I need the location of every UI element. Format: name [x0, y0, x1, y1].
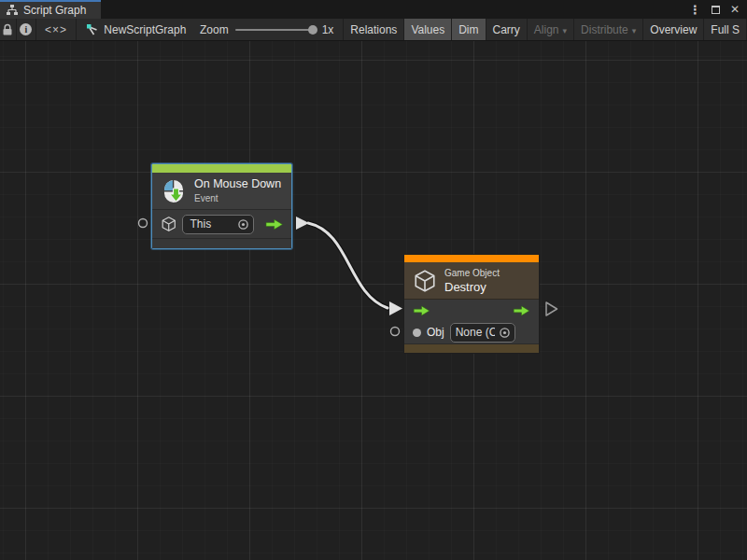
node-destroy[interactable]: Game Object Destroy Obj None (O: [403, 254, 540, 354]
dropdown-arrow-icon: ▾: [632, 26, 637, 35]
window-controls: ⋮ ✕: [689, 0, 747, 19]
exec-output-arrow-icon[interactable]: [513, 305, 530, 316]
values-button[interactable]: Values: [404, 19, 452, 40]
mouse-icon: [161, 178, 187, 204]
tab-script-graph[interactable]: Script Graph: [0, 0, 101, 19]
script-graph-tab-icon: [6, 5, 19, 16]
toolbar-middle: NewScriptGraph Zoom 1x: [77, 19, 344, 40]
obj-port-label: Obj: [427, 326, 444, 339]
destroy-obj-row: Obj None (O: [404, 321, 539, 343]
graph-reference[interactable]: NewScriptGraph: [86, 23, 186, 36]
obj-value-field[interactable]: None (O: [450, 323, 515, 343]
relations-button[interactable]: Relations: [344, 19, 404, 40]
dim-label: Dim: [458, 23, 478, 36]
graph-canvas[interactable]: On Mouse Down Event This: [0, 41, 747, 560]
game-object-cube-icon: [413, 269, 437, 293]
destroy-input-port[interactable]: [389, 301, 402, 315]
event-accent-bar: [152, 164, 291, 173]
distribute-label: Distribute: [581, 23, 628, 36]
destroy-exec-row: [404, 300, 539, 321]
zoom-slider-handle[interactable]: [308, 25, 317, 35]
destroy-node-title: Destroy: [444, 280, 500, 295]
tab-title: Script Graph: [23, 4, 86, 17]
destroy-obj-port[interactable]: [391, 328, 400, 336]
event-target-port[interactable]: [139, 219, 148, 228]
event-node-header[interactable]: On Mouse Down Event: [152, 173, 291, 210]
dropdown-arrow-icon: ▾: [563, 26, 568, 35]
window-menu-icon[interactable]: ⋮: [689, 4, 701, 16]
relations-label: Relations: [350, 23, 397, 36]
node-on-mouse-down[interactable]: On Mouse Down Event This: [151, 163, 292, 249]
carry-label: Carry: [493, 23, 520, 36]
destroy-accent-bar: [404, 255, 539, 262]
overview-button[interactable]: Overview: [643, 19, 704, 40]
lock-button[interactable]: [0, 19, 17, 40]
align-button[interactable]: Align ▾: [528, 19, 574, 40]
script-graph-asset-icon: [86, 23, 99, 36]
object-picker-icon[interactable]: [237, 218, 249, 231]
zoom-label: Zoom: [200, 23, 229, 36]
fullscreen-label: Full S: [711, 23, 740, 36]
graph-name: NewScriptGraph: [104, 23, 186, 36]
destroy-exit-port[interactable]: [546, 302, 557, 315]
zoom-value: 1x: [322, 23, 334, 36]
values-label: Values: [411, 23, 444, 36]
game-object-cube-icon: [161, 216, 176, 232]
destroy-node-footer: [404, 343, 539, 353]
overview-label: Overview: [650, 23, 697, 36]
event-output-port[interactable]: [296, 217, 309, 230]
dim-button[interactable]: Dim: [452, 19, 486, 40]
close-icon[interactable]: ✕: [730, 4, 740, 15]
event-node-title: On Mouse Down: [194, 177, 281, 192]
zoom-slider[interactable]: [235, 29, 316, 31]
code-preview-button[interactable]: <×>: [36, 19, 77, 40]
event-node-footer: [152, 238, 291, 248]
fullscreen-button[interactable]: Full S: [704, 19, 747, 40]
connections-layer: [0, 41, 747, 560]
distribute-button[interactable]: Distribute ▾: [574, 19, 643, 40]
window-tab-bar: Script Graph ⋮ ✕: [0, 0, 747, 19]
connection-wire[interactable]: [308, 223, 388, 308]
exec-output-arrow-icon[interactable]: [265, 218, 283, 231]
destroy-node-category: Game Object: [444, 267, 500, 280]
event-node-port-row: This: [152, 210, 291, 238]
connection-wire-shadow: [308, 223, 388, 308]
obj-value-text: None (O: [456, 326, 495, 339]
maximize-icon[interactable]: [712, 6, 720, 14]
zoom-control: Zoom 1x: [200, 23, 333, 36]
info-icon: i: [20, 23, 32, 35]
lock-icon: [2, 23, 13, 36]
event-node-subtitle: Event: [194, 192, 281, 204]
event-target-field[interactable]: This: [182, 215, 253, 234]
align-label: Align: [534, 23, 559, 36]
code-icon: <×>: [45, 23, 67, 36]
graph-toolbar: i <×> NewScriptGraph Zoom 1x Relations V…: [0, 19, 747, 41]
info-button[interactable]: i: [17, 19, 36, 40]
object-picker-icon[interactable]: [499, 327, 511, 339]
obj-value-port-dot[interactable]: [413, 329, 421, 337]
destroy-node-header[interactable]: Game Object Destroy: [404, 262, 539, 300]
carry-button[interactable]: Carry: [486, 19, 528, 40]
exec-input-arrow-icon[interactable]: [413, 305, 430, 316]
event-target-value: This: [190, 217, 233, 231]
